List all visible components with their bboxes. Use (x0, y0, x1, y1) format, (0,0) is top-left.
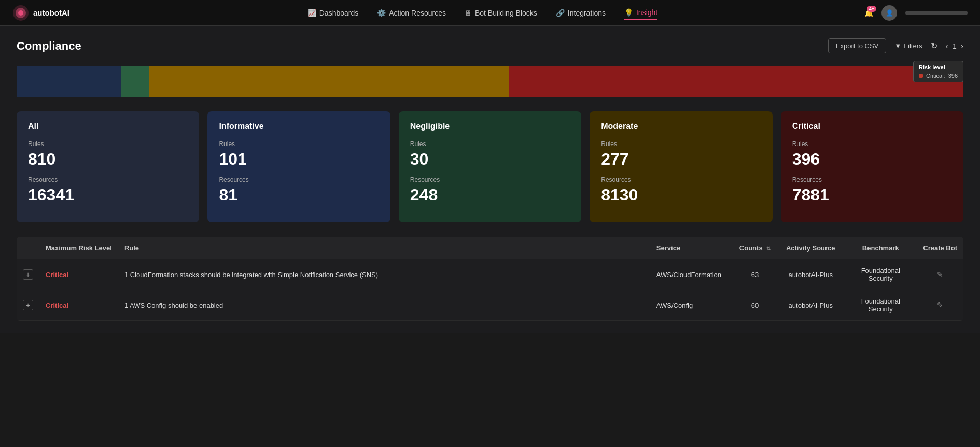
service-cell-2: AWS/Config (650, 290, 733, 321)
compliance-table: Maximum Risk Level Rule Service Counts ⇅… (17, 237, 963, 321)
card-informative-rules-value: 101 (219, 150, 379, 169)
th-expand (17, 237, 39, 259)
page-number: 1 (953, 42, 957, 50)
refresh-button[interactable]: ↻ (931, 41, 937, 51)
bar-informative (17, 66, 121, 97)
avatar-initial: 👤 (886, 9, 893, 17)
card-critical-rules-label: Rules (792, 140, 952, 148)
nav-label-insight: Insight (636, 8, 657, 17)
counts-cell-2: 60 (733, 290, 777, 321)
nav-item-action-resources[interactable]: ⚙️ Action Resources (377, 7, 446, 19)
nav-label-dashboards: Dashboards (319, 9, 359, 17)
pagination: ‹ 1 › (946, 41, 963, 51)
logo-text: autobotAI (33, 8, 69, 17)
header-right: 🔔 4+ 👤 (864, 5, 968, 21)
nav-item-bot-building[interactable]: 🖥 Bot Building Blocks (465, 7, 537, 19)
integrations-icon: 🔗 (556, 9, 565, 17)
nav-item-dashboards[interactable]: 📈 Dashboards (307, 7, 359, 19)
action-icon: ⚙️ (377, 9, 386, 17)
card-negligible-rules-value: 30 (410, 150, 570, 169)
avatar[interactable]: 👤 (881, 5, 897, 21)
th-risk: Maximum Risk Level (39, 237, 118, 259)
th-rule: Rule (118, 237, 650, 259)
card-moderate-resources-value: 8130 (601, 185, 761, 205)
notification-badge: 4+ (867, 6, 876, 12)
dashboard-icon: 📈 (307, 9, 316, 17)
card-negligible[interactable]: Negligible Rules 30 Resources 248 (399, 111, 581, 222)
card-all-rules-value: 810 (28, 150, 188, 169)
card-informative-rules-label: Rules (219, 140, 379, 148)
card-informative-resources-value: 81 (219, 185, 379, 205)
bar-critical (509, 66, 963, 97)
card-all[interactable]: All Rules 810 Resources 16341 (17, 111, 199, 222)
createbot-cell-2: ✎ (917, 290, 963, 321)
create-bot-button-1[interactable]: ✎ (937, 270, 943, 279)
nav-item-integrations[interactable]: 🔗 Integrations (556, 7, 606, 19)
activity-cell-1: autobotAI-Plus (777, 259, 844, 290)
tooltip-dot (919, 74, 923, 78)
th-counts[interactable]: Counts ⇅ (733, 237, 777, 259)
insight-icon: 💡 (624, 8, 633, 17)
card-moderate-rules-label: Rules (601, 140, 761, 148)
nav-label-action-resources: Action Resources (389, 9, 446, 17)
card-moderate-title: Moderate (601, 122, 761, 131)
counts-badge-1: 63 (751, 271, 759, 279)
nav-label-integrations: Integrations (568, 9, 606, 17)
th-createbot: Create Bot (917, 237, 963, 259)
notification-bell[interactable]: 🔔 4+ (864, 9, 873, 17)
bot-icon: 🖥 (465, 9, 472, 17)
create-bot-button-2[interactable]: ✎ (937, 301, 943, 309)
risk-badge-2: Critical (46, 301, 68, 309)
risk-cell-2: Critical (39, 290, 118, 321)
tooltip-value: 396 (948, 73, 958, 79)
expand-button-1[interactable]: + (23, 269, 33, 280)
nav-label-bot-building: Bot Building Blocks (475, 9, 537, 17)
card-informative-resources-label: Resources (219, 176, 379, 183)
filters-button[interactable]: ▼ Filters (894, 42, 922, 50)
service-cell-1: AWS/CloudFormation (650, 259, 733, 290)
card-critical[interactable]: Critical Rules 396 Resources 7881 (781, 111, 963, 222)
logo: autobotAI (12, 5, 69, 21)
prev-page-button[interactable]: ‹ (946, 41, 948, 51)
main-content: Compliance Export to CSV ▼ Filters ↻ ‹ 1… (0, 26, 980, 333)
card-all-resources-label: Resources (28, 176, 188, 183)
filter-icon: ▼ (894, 42, 901, 50)
risk-badge-1: Critical (46, 271, 68, 279)
page-title: Compliance (17, 39, 81, 53)
sort-icon: ⇅ (766, 246, 771, 251)
card-all-title: All (28, 122, 188, 131)
risk-chart: Risk level Critical: 396 (17, 66, 963, 97)
cards-row: All Rules 810 Resources 16341 Informativ… (17, 111, 963, 222)
next-page-button[interactable]: › (961, 41, 963, 51)
bar-moderate (149, 66, 509, 97)
svg-point-2 (18, 10, 23, 16)
card-informative[interactable]: Informative Rules 101 Resources 81 (207, 111, 390, 222)
page-topbar: Compliance Export to CSV ▼ Filters ↻ ‹ 1… (17, 38, 963, 53)
export-csv-button[interactable]: Export to CSV (828, 38, 886, 53)
card-all-rules-label: Rules (28, 140, 188, 148)
counts-cell-1: 63 (733, 259, 777, 290)
bar-negligible (121, 66, 149, 97)
risk-cell-1: Critical (39, 259, 118, 290)
rule-cell-1: 1 CloudFormation stacks should be integr… (118, 259, 650, 290)
card-moderate[interactable]: Moderate Rules 277 Resources 8130 (590, 111, 772, 222)
user-bar (905, 11, 968, 15)
counts-badge-2: 60 (751, 301, 759, 309)
header: autobotAI 📈 Dashboards ⚙️ Action Resourc… (0, 0, 980, 26)
card-all-resources-value: 16341 (28, 185, 188, 205)
activity-cell-2: autobotAI-Plus (777, 290, 844, 321)
th-activity: Activity Source (777, 237, 844, 259)
card-critical-resources-value: 7881 (792, 185, 952, 205)
nav-item-insight[interactable]: 💡 Insight (624, 6, 657, 20)
chart-tooltip: Risk level Critical: 396 (913, 61, 963, 82)
stacked-bar (17, 66, 963, 97)
tooltip-title: Risk level (919, 64, 958, 70)
card-moderate-rules-value: 277 (601, 150, 761, 169)
card-negligible-rules-label: Rules (410, 140, 570, 148)
filters-label: Filters (904, 42, 922, 50)
expand-button-2[interactable]: + (23, 300, 33, 310)
expand-cell-2: + (17, 290, 39, 321)
card-critical-rules-value: 396 (792, 150, 952, 169)
refresh-icon: ↻ (931, 41, 937, 50)
table-row: + Critical 1 CloudFormation stacks shoul… (17, 259, 963, 290)
